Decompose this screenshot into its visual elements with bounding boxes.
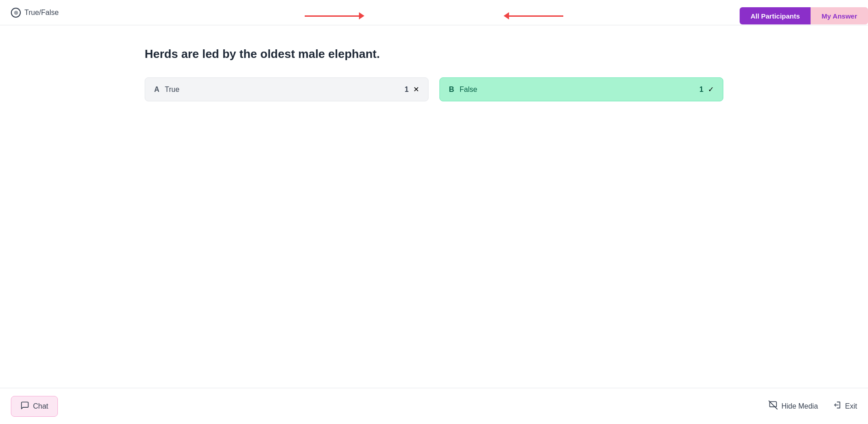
true-false-icon: ◎ <box>11 8 21 18</box>
question-type-text: True/False <box>24 9 59 17</box>
arrow-right-head <box>359 12 364 19</box>
exit-icon <box>832 400 841 412</box>
answer-a-text: True <box>165 86 179 94</box>
answer-a-count: 1 <box>405 86 409 94</box>
chat-icon <box>20 401 29 412</box>
arrow-right-line <box>305 15 359 17</box>
bottom-right-actions: Hide Media Exit <box>769 400 857 412</box>
main-content: Herds are led by the oldest male elephan… <box>0 25 868 123</box>
bottom-bar: Chat Hide Media Exit <box>0 388 868 424</box>
answer-b-letter: B <box>449 86 454 94</box>
points-icon: 🏆 <box>817 7 828 18</box>
answer-a-letter: A <box>154 86 160 94</box>
arrow-left-head <box>504 12 509 19</box>
tab-all-participants[interactable]: All Participants <box>740 7 811 24</box>
answer-option-b-right: 1 ✓ <box>699 85 714 94</box>
svg-line-1 <box>769 401 777 409</box>
arrow-left-line <box>509 15 563 17</box>
points-text: 0 Points <box>831 9 857 17</box>
answer-option-b-left: B False <box>449 86 477 94</box>
answer-b-text: False <box>460 86 477 94</box>
question-text: Herds are led by the oldest male elephan… <box>145 47 723 61</box>
exit-label: Exit <box>845 402 857 410</box>
answers-row: A True 1 ✕ B False 1 ✓ <box>145 77 723 101</box>
hide-media-icon <box>769 400 778 412</box>
answer-b-count: 1 <box>699 86 703 94</box>
arrows-and-tabs: All Participants My Answer <box>0 7 868 24</box>
answer-a-icon: ✕ <box>413 85 419 94</box>
hide-media-label: Hide Media <box>781 402 818 410</box>
answer-option-a-right: 1 ✕ <box>405 85 419 94</box>
answer-b-icon: ✓ <box>708 85 714 94</box>
chat-label: Chat <box>33 402 48 410</box>
answer-option-a: A True 1 ✕ <box>145 77 429 101</box>
arrow-left-indicator <box>504 12 563 19</box>
hide-media-button[interactable]: Hide Media <box>769 400 818 412</box>
question-type-label: ◎ True/False <box>11 8 59 18</box>
exit-button[interactable]: Exit <box>832 400 857 412</box>
answer-option-b: B False 1 ✓ <box>439 77 723 101</box>
arrow-right-indicator <box>305 12 364 19</box>
top-bar: ◎ True/False All Participants My Answer … <box>0 0 868 25</box>
answer-option-a-left: A True <box>154 86 179 94</box>
chat-button[interactable]: Chat <box>11 396 58 417</box>
points-display: 🏆 0 Points <box>817 7 857 18</box>
